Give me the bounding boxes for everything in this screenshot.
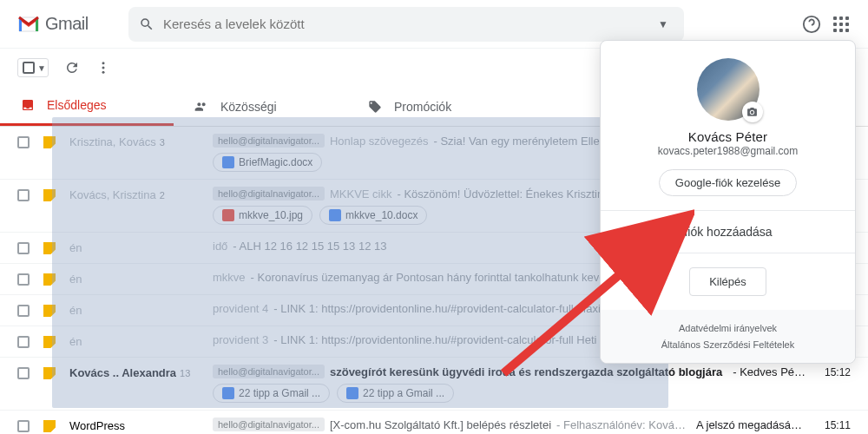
account-email: kovacs.peter1988@gmail.com <box>658 145 799 157</box>
snippet: - Felhasználónév: Kovács Péter <box>556 418 691 431</box>
people-icon <box>194 100 208 114</box>
account-footer: Adatvédelmi irányelvek Általános Szerződ… <box>601 310 855 363</box>
avatar-wrap <box>697 58 760 121</box>
subject: mkkve <box>213 271 246 284</box>
row-checkbox[interactable] <box>17 305 30 317</box>
more-icon[interactable] <box>95 60 111 76</box>
search-bar[interactable]: ▼ <box>128 7 684 42</box>
inbox-icon <box>21 98 35 112</box>
subject: [X-com.hu Szolgáltató Kft.] belépés rész… <box>330 418 551 431</box>
attachment-chip[interactable]: BriefMagic.docx <box>213 153 322 172</box>
timestamp: 15:12 <box>807 366 851 378</box>
snippet: - ALH 12 16 12 15 15 13 12 13 <box>233 240 386 253</box>
subject: idő <box>213 240 227 253</box>
svg-point-3 <box>102 71 104 74</box>
sender: WordPress <box>69 419 213 432</box>
sender: én <box>69 335 213 348</box>
label-chip: hello@digitalnavigator... <box>213 418 325 431</box>
row-checkbox[interactable] <box>17 189 30 201</box>
subject: provident 3 <box>213 333 268 346</box>
tab-primary[interactable]: Elsődleges <box>0 87 174 126</box>
envelope-icon <box>17 16 40 33</box>
account-panel: Kovács Péter kovacs.peter1988@gmail.com … <box>600 40 856 364</box>
importance-marker[interactable] <box>43 189 56 201</box>
tab-social[interactable]: Közösségi <box>174 87 347 126</box>
search-icon <box>139 16 155 32</box>
attachment-chip[interactable]: mkkve_10.docx <box>319 206 427 225</box>
tab-label: Közösségi <box>220 100 277 114</box>
sender: Kovács .. Alexandra13 <box>69 366 213 379</box>
importance-marker[interactable] <box>43 336 56 348</box>
logout-button[interactable]: Kilépés <box>689 267 766 296</box>
importance-marker[interactable] <box>43 305 56 317</box>
importance-marker[interactable] <box>43 136 56 148</box>
importance-marker[interactable] <box>43 242 56 254</box>
subject: MKKVE cikk <box>330 187 392 201</box>
person-add-icon <box>620 223 637 240</box>
refresh-icon[interactable] <box>64 60 80 76</box>
timestamp: 15:11 <box>807 419 851 431</box>
add-account-label: Másik fiók hozzáadása <box>649 225 773 239</box>
sender: Krisztina, Kovács3 <box>69 135 213 148</box>
privacy-link[interactable]: Adatvédelmi irányelvek <box>611 320 845 337</box>
account-name: Kovács Péter <box>688 129 768 144</box>
sender: én <box>69 304 213 317</box>
row-checkbox[interactable] <box>17 420 30 432</box>
label-chip: hello@digitalnavigator... <box>213 134 325 148</box>
apps-grid-icon[interactable] <box>833 16 849 32</box>
add-account-button[interactable]: Másik fiók hozzáadása <box>601 211 855 253</box>
sender: én <box>69 273 213 286</box>
subject: provident 4 <box>213 302 268 315</box>
subject: Honlap szövegezés <box>330 135 428 148</box>
row-checkbox[interactable] <box>17 367 30 379</box>
label-chip: hello@digitalnavigator... <box>213 187 325 201</box>
subject: szövegírót keresünk ügyvédi iroda és ren… <box>330 365 722 378</box>
search-input[interactable] <box>163 16 653 31</box>
row-checkbox[interactable] <box>17 242 30 254</box>
row-checkbox[interactable] <box>17 336 30 348</box>
help-icon[interactable] <box>802 15 821 34</box>
tag-icon <box>368 100 382 114</box>
importance-marker[interactable] <box>43 367 56 379</box>
select-all-checkbox[interactable]: ▼ <box>17 58 49 77</box>
gmail-logo[interactable]: Gmail <box>7 14 128 34</box>
camera-icon[interactable] <box>742 102 763 122</box>
terms-link[interactable]: Általános Szerződési Feltételek <box>611 337 845 353</box>
importance-marker[interactable] <box>43 420 56 432</box>
tab-promotions[interactable]: Promóciók <box>347 87 521 126</box>
attachment-chip[interactable]: mkkve_10.jpg <box>213 206 312 225</box>
product-name: Gmail <box>45 14 89 34</box>
label-chip: hello@digitalnavigator... <box>213 365 325 378</box>
row-checkbox[interactable] <box>17 273 30 286</box>
email-row[interactable]: Kovács .. Alexandra13hello@digitalnaviga… <box>0 358 868 411</box>
email-row[interactable]: WordPresshello@digitalnavigator...[X-com… <box>0 411 868 434</box>
attachment-chip[interactable]: 22 tipp a Gmail ... <box>337 384 454 403</box>
svg-point-1 <box>102 62 104 64</box>
manage-account-button[interactable]: Google-fiók kezelése <box>659 169 797 196</box>
search-options-caret[interactable]: ▼ <box>653 18 674 30</box>
tab-label: Promóciók <box>394 100 451 114</box>
importance-marker[interactable] <box>43 273 56 286</box>
attachment-chip[interactable]: 22 tipp a Gmail ... <box>213 384 330 403</box>
svg-point-2 <box>102 67 104 69</box>
sender: Kovács, Krisztina2 <box>69 188 213 201</box>
tab-label: Elsődleges <box>47 98 107 112</box>
sender: én <box>69 241 213 254</box>
row-checkbox[interactable] <box>17 136 30 148</box>
